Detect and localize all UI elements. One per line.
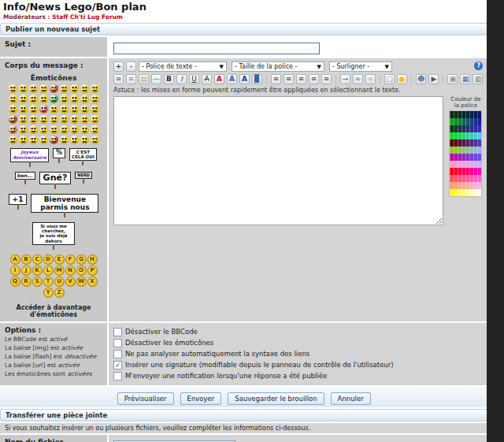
emoticon[interactable] — [39, 115, 48, 124]
transparent-icon[interactable]: □ — [384, 74, 395, 84]
align-right-icon[interactable]: ≡ — [296, 74, 306, 84]
message-textarea[interactable] — [113, 96, 443, 225]
emoticon[interactable] — [29, 105, 38, 113]
emoticon-sign-plus1[interactable]: +1 — [9, 194, 28, 205]
emoticon-letter-B[interactable]: B — [21, 254, 32, 265]
emoticon-sign-bon[interactable]: bon... — [15, 172, 35, 180]
emoticon-sign-anniv[interactable]: Joyeux Anniversaire — [10, 148, 49, 162]
font-color-palette[interactable] — [449, 110, 482, 197]
emoticon[interactable] — [19, 115, 28, 124]
align-left-icon[interactable]: ≡ — [271, 74, 281, 84]
emoticon[interactable] — [91, 125, 99, 134]
emoticon[interactable] — [70, 105, 79, 113]
image-icon[interactable]: ▦ — [460, 74, 470, 84]
emoticon[interactable] — [39, 125, 48, 134]
palette-row[interactable] — [450, 161, 481, 168]
checkbox-icon[interactable] — [113, 350, 122, 358]
select-font-size[interactable]: - Taille de la police -▼ — [232, 61, 324, 72]
palette-row[interactable] — [450, 118, 481, 125]
emoticon[interactable] — [9, 84, 17, 93]
emoticon[interactable] — [19, 84, 28, 93]
member-link-icon[interactable]: ☻ — [416, 74, 426, 84]
emoticon[interactable] — [91, 95, 99, 103]
emoticon[interactable] — [29, 84, 38, 93]
emoticon-letter-D[interactable]: D — [43, 254, 54, 265]
emoticon-sign-pct[interactable]: % — [53, 148, 65, 158]
palette-row[interactable] — [450, 132, 481, 139]
emoticon[interactable] — [60, 84, 69, 93]
list-numbered-icon[interactable]: ≡ — [126, 74, 136, 84]
font-decrease-button[interactable]: - — [126, 61, 136, 72]
highlight-block-icon[interactable]: ▉ — [252, 74, 262, 84]
palette-row[interactable] — [450, 189, 481, 196]
palette-row[interactable] — [450, 125, 481, 132]
emoticon[interactable] — [50, 115, 58, 124]
align-block-icon[interactable]: ≡ — [321, 74, 332, 84]
emoticon-letter-X[interactable]: X — [87, 277, 98, 287]
emoticon[interactable] — [80, 95, 89, 103]
emoticon-letter-Z[interactable]: Z — [54, 288, 65, 298]
emoticon[interactable] — [60, 136, 69, 144]
emoticon-letter-J[interactable]: J — [21, 266, 32, 276]
emoticon[interactable] — [80, 136, 89, 144]
underline-icon[interactable]: U — [189, 74, 199, 84]
palette-row[interactable] — [450, 182, 481, 189]
emoticon[interactable] — [9, 95, 17, 103]
option-checkbox[interactable]: Désactiver le BBCode — [113, 328, 483, 336]
emoticon[interactable] — [9, 115, 17, 124]
strike-icon[interactable]: A — [202, 74, 212, 84]
emoticon-letter-L[interactable]: L — [43, 266, 54, 276]
emoticon[interactable] — [60, 115, 69, 124]
font-blue-icon[interactable]: A — [239, 74, 250, 84]
emoticon-letter-N[interactable]: N — [65, 266, 76, 276]
emoticon[interactable] — [39, 136, 48, 144]
emoticon-letter-S[interactable]: S — [32, 277, 43, 287]
unlink-icon[interactable]: ∞ — [365, 74, 376, 84]
emoticon[interactable] — [60, 105, 69, 113]
emoticon[interactable] — [70, 125, 79, 134]
emoticon[interactable] — [19, 136, 28, 144]
emoticon-sign-nerd[interactable]: NERD — [75, 172, 92, 180]
emoticon[interactable] — [91, 84, 99, 93]
checkbox-checked-icon[interactable]: ✓ — [113, 361, 122, 370]
emoticon[interactable] — [60, 95, 69, 103]
emoticon[interactable] — [70, 136, 79, 144]
palette-row[interactable] — [450, 147, 481, 154]
emoticon-sign-dehors[interactable]: Si vous me cherchez, je suis déjà dehors — [32, 222, 75, 245]
emoticon-letter-W[interactable]: W — [76, 277, 87, 287]
emoticon[interactable] — [19, 105, 28, 113]
emoticon[interactable] — [9, 136, 17, 144]
emoticon-letter-I[interactable]: I — [10, 266, 20, 276]
emoticon[interactable] — [9, 125, 17, 134]
annuler-button[interactable]: Annuler — [331, 392, 371, 405]
emoticon[interactable] — [70, 115, 79, 124]
emoticon[interactable] — [91, 105, 99, 113]
select-font-family[interactable]: - Police de texte -▼ — [139, 61, 227, 72]
subject-input[interactable] — [113, 43, 320, 54]
font-increase-button[interactable]: + — [113, 61, 124, 72]
emoticon-letter-Q[interactable]: Q — [10, 277, 20, 287]
italic-icon[interactable]: I — [176, 74, 187, 84]
indent-icon[interactable]: → — [340, 74, 350, 84]
font-edit-icon[interactable]: A — [227, 74, 237, 84]
emoticon[interactable] — [29, 95, 38, 103]
emoticon[interactable] — [39, 95, 48, 103]
emoticon[interactable] — [70, 84, 79, 93]
emoticon-letter-Y[interactable]: Y — [43, 288, 54, 298]
emoticon-letter-P[interactable]: P — [87, 266, 98, 276]
emoticon-sign-cela[interactable]: C'EST CELA OUI — [69, 148, 97, 161]
emoticon-letter-O[interactable]: O — [76, 266, 87, 276]
emoticon[interactable] — [60, 125, 69, 134]
palette-row[interactable] — [450, 168, 481, 175]
emoticon[interactable] — [19, 125, 28, 134]
moderators-link[interactable]: Staff Ch'ti Lug Forum — [52, 13, 123, 20]
checkbox-icon[interactable] — [113, 372, 122, 381]
quote-icon[interactable]: ▤ — [139, 74, 149, 84]
emoticon-letter-K[interactable]: K — [32, 266, 43, 276]
checkbox-icon[interactable] — [113, 339, 122, 347]
emoticon-letter-U[interactable]: U — [54, 277, 65, 287]
emoticon[interactable] — [50, 136, 58, 144]
video-icon[interactable]: ▥ — [472, 74, 483, 84]
emoticon-sign-gne[interactable]: Gné? — [39, 172, 72, 184]
emoticon-letter-C[interactable]: C — [32, 254, 43, 265]
